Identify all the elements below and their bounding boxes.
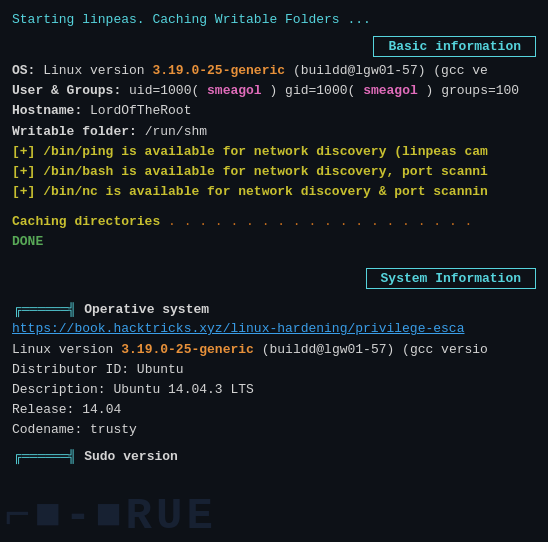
user-line: User & Groups: uid=1000( smeagol ) gid=1… (12, 81, 536, 101)
sudo-version-label: Sudo version (84, 449, 178, 464)
user-end: ) groups=100 (426, 83, 520, 98)
release-line: Release: 14.04 (12, 400, 536, 420)
spacer1 (12, 202, 536, 212)
done-line: DONE (12, 232, 536, 252)
os-label: OS: (12, 63, 35, 78)
distrib-value: Ubuntu (137, 362, 184, 377)
release-label: Release: (12, 402, 74, 417)
writable-line: Writable folder: /run/shm (12, 122, 536, 142)
desc-line: Description: Ubuntu 14.04.3 LTS (12, 380, 536, 400)
operative-system-label: Operative system (84, 302, 209, 317)
codename-line: Codename: trusty (12, 420, 536, 440)
basic-info-label-row: Basic information (12, 36, 536, 57)
os-space: Linux version (43, 63, 152, 78)
distrib-label: Distributor ID: (12, 362, 129, 377)
system-info-label-row: System Information (12, 268, 536, 289)
operative-system-row: ╔══════╣ Operative system (14, 302, 536, 317)
writable-label: Writable folder: (12, 124, 137, 139)
user-label: User & Groups: (12, 83, 121, 98)
desc-val: Ubuntu 14.04.3 LTS (113, 382, 253, 397)
nc-line: [+] /bin/nc is available for network dis… (12, 182, 536, 202)
linux-line: Linux version 3.19.0-25-generic (buildd@… (12, 340, 536, 360)
system-info-label: System Information (366, 268, 536, 289)
user-name2: smeagol (363, 83, 418, 98)
starting-text: Starting linpeas. Caching Writable Folde… (12, 12, 371, 27)
desc-label: Description: (12, 382, 106, 397)
user-name: smeagol (207, 83, 262, 98)
os-kernel: 3.19.0-25-generic (152, 63, 285, 78)
linux-rest: (buildd@lgw01-57) (gcc versio (262, 342, 488, 357)
os-rest: (buildd@lgw01-57) (gcc ve (293, 63, 488, 78)
hostname-value: LordOfTheRoot (90, 103, 191, 118)
hostname-label: Hostname: (12, 103, 82, 118)
caching-dots: . . . . . . . . . . . . . . . . . . . . (168, 214, 472, 229)
hostname-line: Hostname: LordOfTheRoot (12, 101, 536, 121)
spacer3 (12, 293, 536, 297)
linux-kernel: 3.19.0-25-generic (121, 342, 254, 357)
bash-line: [+] /bin/bash is available for network d… (12, 162, 536, 182)
done-text: DONE (12, 234, 43, 249)
terminal: Starting linpeas. Caching Writable Folde… (0, 0, 548, 542)
writable-value: /run/shm (145, 124, 207, 139)
release-val: 14.04 (82, 402, 121, 417)
distrib-line: Distributor ID: Ubuntu (12, 360, 536, 380)
sudo-version-row: ╔══════╣ Sudo version (14, 449, 536, 464)
codename-val: trusty (90, 422, 137, 437)
basic-info-label: Basic information (373, 36, 536, 57)
caching-line: Caching directories . . . . . . . . . . … (12, 212, 536, 232)
link-text[interactable]: https://book.hacktricks.xyz/linux-harden… (12, 321, 464, 336)
ping-text: [+] /bin/ping is available for network d… (12, 144, 488, 159)
caching-label: Caching directories (12, 214, 160, 229)
bash-text: [+] /bin/bash is available for network d… (12, 164, 488, 179)
user-mid: ) gid=1000( (269, 83, 355, 98)
codename-label: Codename: (12, 422, 82, 437)
linux-label: Linux version (12, 342, 113, 357)
nc-text: [+] /bin/nc is available for network dis… (12, 184, 488, 199)
spacer4 (12, 440, 536, 444)
starting-line: Starting linpeas. Caching Writable Folde… (12, 10, 536, 30)
user-uid: uid=1000( (129, 83, 199, 98)
os-line: OS: Linux version 3.19.0-25-generic (bui… (12, 61, 536, 81)
ping-line: [+] /bin/ping is available for network d… (12, 142, 536, 162)
link-line: https://book.hacktricks.xyz/linux-harden… (12, 319, 536, 339)
watermark: ⌐■-■RUE (0, 488, 217, 542)
spacer2 (12, 252, 536, 262)
